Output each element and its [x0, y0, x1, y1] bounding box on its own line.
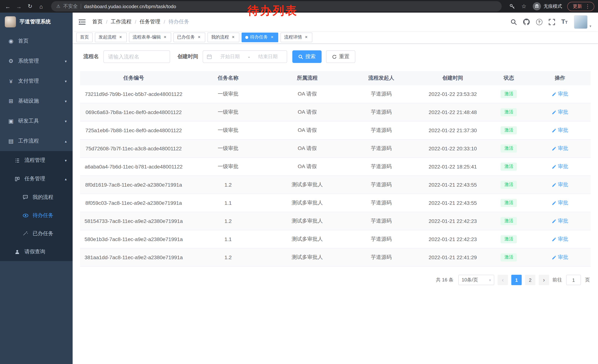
- tab-home[interactable]: 首页: [76, 32, 93, 42]
- sidebar-item-process-mgmt[interactable]: 流程管理 ▾: [0, 151, 73, 170]
- table-row[interactable]: 069c6a63-7b8a-11ec-8ef0-acde48001122 一级审…: [80, 103, 590, 121]
- bookmark-star-icon[interactable]: ☆: [519, 3, 528, 10]
- tab-done-tasks[interactable]: 已办任务 ×: [173, 32, 205, 42]
- password-key-icon[interactable]: [507, 4, 516, 9]
- date-range-picker[interactable]: 开始日期 - 结束日期: [203, 50, 287, 63]
- table-row[interactable]: 580e1b3d-7ac8-11ec-a9e2-a2380e71991a 1.1…: [80, 230, 590, 249]
- avatar[interactable]: [574, 15, 588, 29]
- table-row[interactable]: 75d72608-7b7f-11ec-a3c8-acde48001122 一级审…: [80, 140, 590, 158]
- task-board-icon: [14, 176, 20, 182]
- sidebar-item-system[interactable]: ⚙ 系统管理 ▾: [0, 51, 73, 71]
- close-icon[interactable]: ×: [304, 35, 309, 40]
- approve-link[interactable]: 审批: [552, 145, 568, 152]
- approve-link[interactable]: 审批: [552, 127, 568, 134]
- tab-start-process[interactable]: 发起流程 ×: [95, 32, 127, 42]
- approve-link[interactable]: 审批: [552, 91, 568, 97]
- column-header-status[interactable]: 状态: [489, 71, 529, 85]
- grid-icon: ⊞: [8, 98, 14, 105]
- column-header-initiator[interactable]: 流程发起人: [346, 71, 417, 85]
- approve-link[interactable]: 审批: [552, 163, 568, 170]
- close-icon[interactable]: ×: [197, 35, 201, 40]
- back-icon[interactable]: ←: [4, 3, 12, 9]
- table-row[interactable]: 58154733-7ac8-11ec-a9e2-a2380e71991a 1.2…: [80, 212, 590, 230]
- address-bar[interactable]: ⚠ 不安全 dashboard.yudao.iocoder.cn/bpm/tas…: [51, 1, 502, 11]
- sidebar-item-infrastructure[interactable]: ⊞ 基础设施 ▾: [0, 91, 73, 111]
- page-size-select[interactable]: 10条/页 ▾: [458, 275, 494, 285]
- breadcrumb-separator: /: [135, 19, 136, 25]
- tools-icon: ▣: [8, 118, 14, 124]
- tab-form-edit[interactable]: 流程表单-编辑 ×: [129, 32, 171, 42]
- reset-button[interactable]: 重置: [326, 50, 355, 63]
- table-row[interactable]: 381aa1dd-7ac8-11ec-a9e2-a2380e71991a 1.2…: [80, 249, 590, 267]
- approve-link[interactable]: 审批: [552, 218, 568, 224]
- tab-process-detail[interactable]: 流程详情 ×: [281, 32, 312, 42]
- column-header-create-time[interactable]: 创建时间: [417, 71, 489, 85]
- page-1-button[interactable]: 1: [511, 275, 522, 285]
- font-size-icon[interactable]: TT: [561, 18, 568, 25]
- table-row[interactable]: 73211d9d-7b9b-11ec-b5b7-acde48001122 一级审…: [80, 85, 590, 103]
- breadcrumb-item[interactable]: 工作流程: [111, 18, 132, 25]
- table-row[interactable]: a6aba0a4-7b6d-11ec-b781-acde48001122 一级审…: [80, 158, 590, 176]
- breadcrumb-item[interactable]: 首页: [92, 18, 103, 25]
- page-2-button[interactable]: 2: [525, 275, 535, 285]
- close-icon[interactable]: ×: [231, 35, 236, 40]
- prev-page-button[interactable]: ‹: [498, 275, 508, 285]
- eye-icon: [22, 212, 29, 218]
- sidebar-item-dev-tools[interactable]: ▣ 研发工具 ▾: [0, 111, 73, 131]
- approve-link[interactable]: 审批: [552, 109, 568, 115]
- close-icon[interactable]: ×: [163, 35, 167, 40]
- update-button[interactable]: 更新 ⋮: [567, 2, 594, 11]
- chevron-down-icon: ▾: [489, 278, 491, 282]
- sidebar-item-home[interactable]: ◉ 首页: [0, 31, 73, 51]
- logo-image: [5, 16, 16, 27]
- column-header-task-name[interactable]: 任务名称: [187, 71, 269, 85]
- sidebar-item-done-tasks[interactable]: 已办任务: [0, 224, 73, 243]
- tab-my-process[interactable]: 我的流程 ×: [208, 32, 239, 42]
- status-cell: 激活: [489, 249, 529, 266]
- sidebar-item-task-mgmt[interactable]: 任务管理 ▴: [0, 170, 73, 188]
- sidebar-item-leave-query[interactable]: 请假查询: [0, 243, 73, 261]
- github-icon[interactable]: [523, 18, 530, 25]
- approve-link[interactable]: 审批: [552, 181, 568, 188]
- sidebar-item-payment[interactable]: ¥ 支付管理 ▾: [0, 71, 73, 91]
- process-name-input[interactable]: [103, 50, 170, 63]
- search-icon[interactable]: [511, 19, 517, 25]
- goto-page-input[interactable]: [566, 275, 581, 285]
- process-cell: OA 请假: [269, 140, 346, 157]
- column-header-actions[interactable]: 操作: [529, 71, 590, 85]
- status-badge: 激活: [501, 253, 517, 261]
- task-id-cell: 73211d9d-7b9b-11ec-b5b7-acde48001122: [80, 85, 187, 103]
- column-header-process[interactable]: 所属流程: [269, 71, 346, 85]
- security-warning-icon[interactable]: ⚠: [56, 4, 60, 9]
- home-icon[interactable]: ⌂: [37, 3, 45, 9]
- approve-link[interactable]: 审批: [552, 236, 568, 243]
- app-logo[interactable]: 芋道管理系统: [0, 13, 73, 31]
- sidebar-item-workflow[interactable]: ▤ 工作流程 ▴: [0, 131, 73, 151]
- help-icon[interactable]: ?: [536, 19, 542, 25]
- column-header-task-id[interactable]: 任务编号: [80, 71, 187, 85]
- sidebar-item-todo-tasks[interactable]: 待办任务: [0, 206, 73, 224]
- table-row[interactable]: 8f059c03-7ac8-11ec-a9e2-a2380e71991a 1.1…: [80, 194, 590, 212]
- tab-label: 流程详情: [284, 34, 302, 40]
- breadcrumb-item[interactable]: 任务管理: [140, 18, 160, 25]
- browser-menu-icon[interactable]: ⋮: [585, 3, 590, 9]
- close-icon[interactable]: ×: [118, 35, 123, 40]
- fullscreen-icon[interactable]: [549, 19, 555, 25]
- sidebar-item-my-process[interactable]: 我的流程: [0, 188, 73, 206]
- initiator-cell: 芋道源码: [346, 103, 417, 121]
- filter-bar: 流程名 创建时间 开始日期 - 结束日期 搜索: [80, 50, 590, 63]
- table-row[interactable]: 8f0d1619-7ac8-11ec-a9e2-a2380e71991a 1.2…: [80, 176, 590, 194]
- create-time-cell: 2022-01-21 22:43:55: [417, 176, 489, 194]
- approve-link[interactable]: 审批: [552, 254, 568, 261]
- search-button[interactable]: 搜索: [292, 50, 322, 63]
- tab-todo-tasks[interactable]: 待办任务 ×: [241, 32, 278, 42]
- approve-link[interactable]: 审批: [552, 200, 568, 206]
- hamburger-icon[interactable]: [73, 19, 91, 25]
- sidebar-item-label: 请假查询: [25, 249, 45, 255]
- user-menu[interactable]: ▾: [574, 15, 591, 29]
- forward-icon[interactable]: →: [15, 3, 23, 9]
- close-icon[interactable]: ×: [270, 35, 274, 40]
- next-page-button[interactable]: ›: [539, 275, 549, 285]
- reload-icon[interactable]: ↻: [26, 3, 34, 10]
- table-row[interactable]: 725a1eb6-7b88-11ec-8ef0-acde48001122 一级审…: [80, 121, 590, 140]
